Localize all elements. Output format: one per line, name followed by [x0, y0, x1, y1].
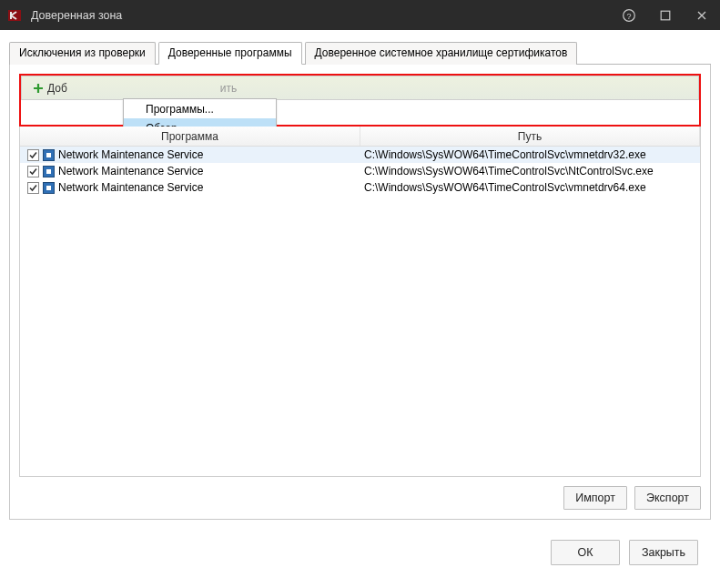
titlebar: Доверенная зона ? [0, 0, 720, 30]
program-name: Network Maintenance Service [58, 181, 203, 194]
table-row[interactable]: Network Maintenance Service C:\Windows\S… [20, 147, 700, 163]
close-button[interactable]: Закрыть [629, 540, 698, 565]
tabs: Исключения из проверки Доверенные програ… [9, 41, 711, 65]
program-icon [43, 166, 55, 177]
tab-trusted-programs[interactable]: Доверенные программы [158, 42, 302, 65]
row-checkbox[interactable] [27, 182, 39, 194]
col-header-program[interactable]: Программа [20, 127, 360, 146]
add-button[interactable]: Доб [27, 77, 73, 98]
delete-button: ить [215, 77, 242, 98]
tab-cert-store[interactable]: Доверенное системное хранилище сертифика… [305, 42, 578, 65]
program-icon [43, 149, 55, 161]
svg-rect-3 [661, 11, 670, 20]
tab-exclusions[interactable]: Исключения из проверки [9, 42, 156, 65]
help-icon[interactable]: ? [611, 0, 647, 30]
content-area: Исключения из проверки Доверенные програ… [0, 30, 720, 565]
close-icon[interactable] [684, 0, 720, 30]
col-header-path[interactable]: Путь [360, 127, 700, 146]
app-logo-icon [7, 7, 24, 24]
import-button[interactable]: Импорт [563, 486, 627, 510]
panel-footer: Импорт Экспорт [19, 477, 701, 510]
delete-button-label: ить [220, 82, 237, 95]
maximize-icon[interactable] [647, 0, 684, 30]
program-path: C:\Windows\SysWOW64\TimeControlSvc\vmnet… [360, 148, 700, 161]
program-name: Network Maintenance Service [58, 148, 203, 161]
program-path: C:\Windows\SysWOW64\TimeControlSvc\NtCon… [360, 165, 700, 177]
annotation-highlight: Доб ить Программы... Обзор... [19, 74, 701, 127]
trusted-programs-panel: Доб ить Программы... Обзор... Программа … [9, 65, 711, 520]
export-button[interactable]: Экспорт [634, 486, 701, 510]
plus-icon [33, 83, 44, 94]
grid-body: Network Maintenance Service C:\Windows\S… [20, 147, 700, 196]
ok-button[interactable]: ОК [551, 540, 620, 565]
program-path: C:\Windows\SysWOW64\TimeControlSvc\vmnet… [360, 181, 700, 194]
window-title: Доверенная зона [31, 9, 611, 22]
program-icon [43, 182, 55, 194]
dialog-footer: ОК Закрыть [9, 520, 711, 565]
add-button-label: Доб [47, 82, 67, 95]
program-name: Network Maintenance Service [58, 165, 203, 177]
table-row[interactable]: Network Maintenance Service C:\Windows\S… [20, 179, 700, 196]
row-checkbox[interactable] [27, 149, 39, 161]
toolbar: Доб ить [21, 76, 699, 100]
programs-grid: Программа Путь Network Maintenance Servi… [19, 127, 701, 477]
svg-text:?: ? [626, 11, 631, 20]
menu-item-programs[interactable]: Программы... [124, 99, 276, 118]
table-row[interactable]: Network Maintenance Service C:\Windows\S… [20, 163, 700, 179]
grid-header: Программа Путь [20, 127, 700, 147]
row-checkbox[interactable] [27, 166, 39, 177]
